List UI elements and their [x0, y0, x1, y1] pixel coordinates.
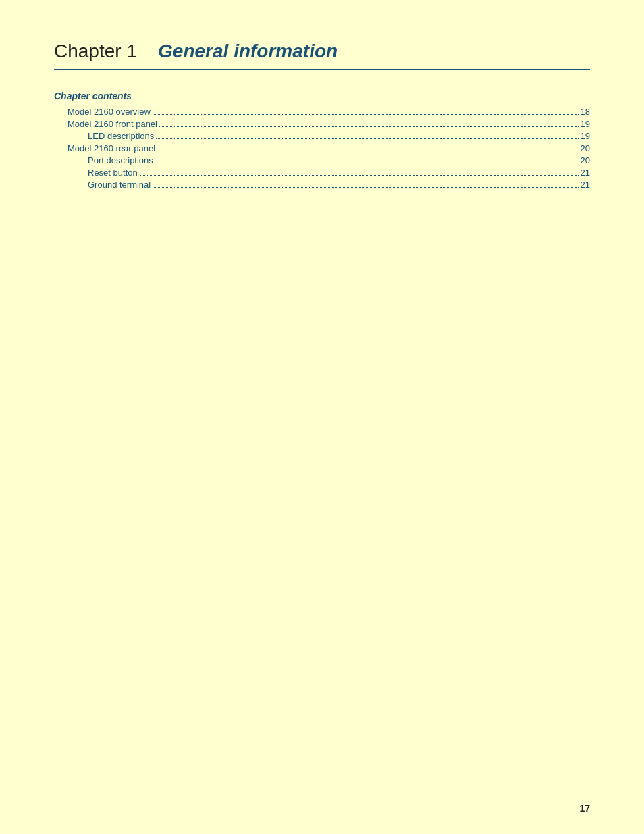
chapter-contents-section: Chapter contents Model 2160 overview18Mo… [54, 90, 590, 190]
toc-entry-dots [153, 187, 578, 188]
toc-entry[interactable]: Ground terminal21 [88, 180, 590, 190]
page-number: 17 [579, 803, 590, 814]
chapter-contents-heading: Chapter contents [54, 90, 590, 101]
toc-entry-page: 21 [581, 180, 590, 190]
toc-entry-dots [155, 163, 579, 163]
toc-entry-label: LED descriptions [88, 131, 154, 141]
toc-entry[interactable]: Port descriptions20 [88, 155, 590, 165]
chapter-title: Chapter 1 General information [54, 41, 590, 62]
toc-entry[interactable]: Model 2160 rear panel20 [68, 143, 590, 153]
toc-entry-dots [140, 175, 579, 176]
toc-entry-dots [153, 114, 579, 115]
toc-entry-page: 21 [581, 167, 590, 178]
toc-entry-page: 18 [581, 107, 590, 117]
toc-entry-label: Model 2160 rear panel [68, 143, 155, 153]
toc-entry-label: Ground terminal [88, 180, 151, 190]
chapter-header: Chapter 1 General information [54, 41, 590, 70]
toc-entry-label: Port descriptions [88, 155, 153, 165]
toc: Model 2160 overview18Model 2160 front pa… [68, 107, 590, 190]
toc-entry-dots [159, 126, 579, 127]
toc-entry[interactable]: Reset button21 [88, 167, 590, 178]
toc-entry-dots [157, 151, 578, 151]
toc-entry[interactable]: LED descriptions19 [88, 131, 590, 141]
chapter-prefix: Chapter 1 [54, 41, 137, 61]
chapter-title-bold: General information [158, 41, 338, 61]
toc-entry[interactable]: Model 2160 overview18 [68, 107, 590, 117]
toc-entry-label: Model 2160 front panel [68, 119, 157, 129]
toc-entry-page: 19 [581, 131, 590, 141]
toc-entry-dots [156, 138, 578, 139]
toc-entry-label: Reset button [88, 167, 138, 178]
toc-entry-label: Model 2160 overview [68, 107, 151, 117]
toc-entry-page: 20 [581, 155, 590, 165]
toc-entry-page: 19 [581, 119, 590, 129]
toc-entry-page: 20 [581, 143, 590, 153]
toc-entry[interactable]: Model 2160 front panel19 [68, 119, 590, 129]
page: Chapter 1 General information Chapter co… [0, 0, 644, 834]
